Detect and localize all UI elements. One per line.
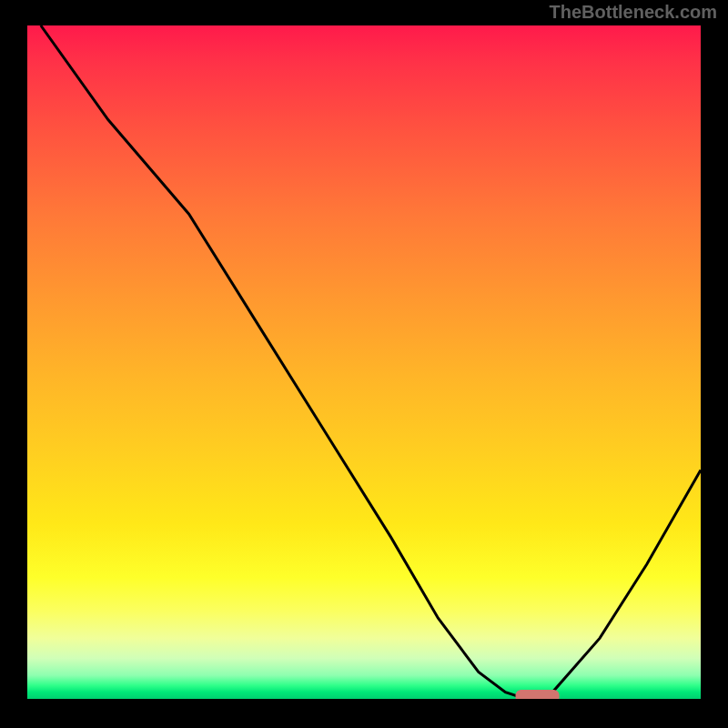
plot-area — [27, 25, 701, 699]
optimal-marker — [516, 690, 560, 699]
watermark-text: TheBottleneck.com — [550, 2, 717, 23]
bottleneck-curve — [41, 25, 701, 699]
chart-svg — [27, 25, 701, 699]
